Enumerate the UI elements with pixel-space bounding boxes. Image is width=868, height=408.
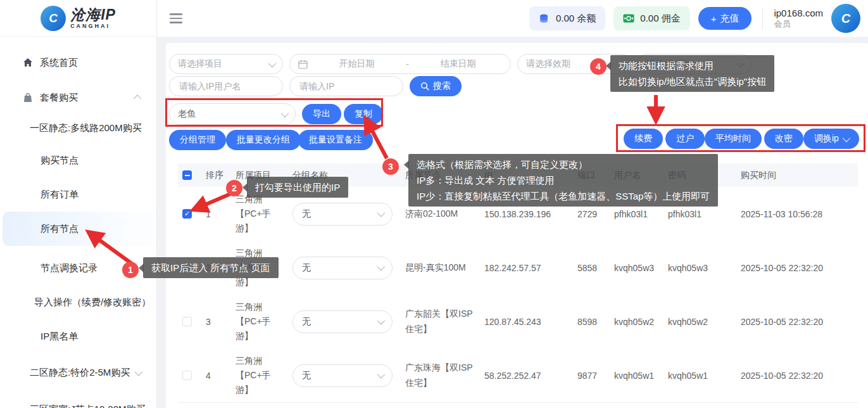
ip-username-input[interactable]: [178, 80, 274, 92]
chevron-down-icon: [842, 134, 850, 142]
col-header-time: 购买时间: [741, 170, 858, 181]
change-password-button[interactable]: 改密: [764, 129, 803, 149]
row-group-select[interactable]: 无: [292, 364, 393, 387]
topbar: 0.00 余额 0.00 佣金 + 充值 ip0168.com 会员 C: [157, 0, 868, 37]
transfer-button[interactable]: 过户: [665, 129, 705, 149]
annotation-tooltip-4: 功能按钮根据需求使用 比如切换ip/地区就点击"调换ip"按钮: [610, 55, 774, 92]
account-info[interactable]: ip0168.com 会员: [774, 8, 823, 30]
cell-project: 三角洲【PC+手游】: [236, 192, 292, 236]
cell-ip: 182.242.57.57: [484, 263, 577, 273]
cell-time: 2025-11-03 10:56:28: [741, 209, 858, 219]
sidebar-item-packages[interactable]: 套餐购买: [0, 85, 156, 110]
ip-input[interactable]: [298, 80, 394, 92]
cell-sort: 1: [206, 209, 236, 219]
annotation-number-3: 3: [382, 158, 399, 175]
chevron-down-icon: [377, 263, 386, 271]
recharge-button[interactable]: + 充值: [698, 7, 752, 30]
date-start-placeholder[interactable]: 开始日期: [313, 58, 401, 70]
cell-time: 2025-10-05 22:32:20: [741, 263, 858, 273]
row-group-select[interactable]: 无: [292, 310, 393, 333]
cell-port: 5858: [577, 263, 614, 273]
sidebar-item-label: 导入操作（续费/修改账密）: [34, 296, 151, 309]
cell-ip: 120.87.45.243: [484, 317, 577, 327]
cell-ip: 58.252.252.47: [484, 371, 577, 381]
annotation-number-4: 4: [590, 58, 607, 75]
sidebar-item-buy-node[interactable]: 购买节点: [3, 143, 154, 177]
balance-badge[interactable]: 0.00 余额: [529, 6, 605, 30]
project-select-placeholder: 请选择项目: [178, 58, 222, 70]
swap-ip-button[interactable]: 调换ip: [803, 129, 859, 149]
cell-node: 广东珠海【双ISP住宅】: [405, 360, 484, 390]
sidebar-item-label: IP黑名单: [41, 331, 78, 343]
search-button[interactable]: 搜索: [410, 76, 462, 96]
select-all-checkbox[interactable]: [182, 170, 192, 180]
cell-node: 广东韶关【双ISP住宅】: [405, 307, 484, 336]
row-checkbox[interactable]: [182, 209, 192, 219]
sidebar: C 沧海IP CANGHAI 系统首页 套餐购买 一区静态:多线路200M购买 …: [0, 0, 157, 408]
sidebar-section-zone3[interactable]: 三区家宽:J节点10-20M购买: [0, 399, 156, 408]
avg-time-button[interactable]: 平均时间: [705, 129, 762, 149]
calendar-icon: [298, 60, 308, 69]
account-role: 会员: [774, 19, 823, 29]
cell-user: kvqh05w2: [614, 317, 668, 327]
sidebar-item-import-ops[interactable]: 导入操作（续费/修改账密）: [3, 285, 154, 319]
sidebar-section-label: 二区静态:特价2-5M购买: [30, 367, 130, 379]
sidebar-item-ip-blacklist[interactable]: IP黑名单: [3, 319, 154, 354]
main-panel: 请选择项目 开始日期 - 结束日期 请选择效期 请选择分组 搜索 老: [166, 43, 868, 408]
sidebar-item-label: 套餐购买: [40, 92, 78, 104]
sidebar-section-zone2[interactable]: 二区静态:特价2-5M购买: [0, 362, 156, 383]
chevron-down-icon: [377, 371, 386, 379]
copy-button[interactable]: 复制: [344, 104, 383, 124]
user-avatar[interactable]: C: [831, 4, 860, 33]
chevron-down-icon: [377, 209, 386, 217]
brand-title: 沧海IP: [70, 8, 116, 22]
row-checkbox[interactable]: [182, 371, 192, 380]
cell-ip: 150.138.239.196: [484, 209, 577, 219]
sidebar-item-label: 所有节点: [41, 223, 79, 235]
brand-subtitle: CANGHAI: [70, 23, 116, 29]
date-range-picker[interactable]: 开始日期 - 结束日期: [289, 54, 511, 74]
sidebar-section-label: 一区静态:多线路200M购买: [30, 122, 142, 134]
sidebar-section-zone1[interactable]: 一区静态:多线路200M购买: [0, 118, 156, 138]
date-end-placeholder[interactable]: 结束日期: [414, 58, 502, 70]
batch-change-group-button[interactable]: 批量更改分组: [226, 130, 301, 150]
group-manage-button[interactable]: 分组管理: [169, 130, 226, 150]
format-select-value: 老鱼: [178, 108, 196, 120]
hamburger-menu-icon[interactable]: [170, 13, 182, 23]
cell-node: 济南02-100M: [405, 207, 484, 221]
sidebar-item-label: 系统首页: [40, 57, 78, 69]
row-checkbox[interactable]: [182, 317, 192, 326]
home-icon: [23, 58, 33, 68]
cell-node: 昆明-真实100M: [405, 260, 484, 275]
brand-logo: C 沧海IP CANGHAI: [0, 0, 156, 37]
sidebar-item-all-orders[interactable]: 所有订单: [3, 177, 154, 212]
bag-icon: [23, 92, 33, 103]
sidebar-item-all-nodes[interactable]: 所有节点: [3, 212, 154, 246]
batch-set-remark-button[interactable]: 批量设置备注: [298, 130, 373, 150]
chevron-down-icon: [377, 317, 386, 325]
sidebar-item-label: 所有订单: [41, 189, 79, 201]
cell-port: 9877: [577, 371, 614, 381]
account-name: ip0168.com: [774, 8, 823, 20]
cell-sort: 3: [206, 317, 236, 327]
sidebar-item-label: 购买节点: [41, 155, 79, 167]
chevron-down-icon: [135, 367, 143, 376]
export-button[interactable]: 导出: [302, 104, 341, 124]
search-icon: [420, 82, 429, 91]
cell-user: pfhk03l1: [614, 209, 668, 219]
sidebar-item-home[interactable]: 系统首页: [0, 50, 156, 75]
commission-value: 0.00 佣金: [640, 13, 680, 25]
app-window: C 沧海IP CANGHAI 系统首页 套餐购买 一区静态:多线路200M购买 …: [0, 0, 868, 408]
row-group-select[interactable]: 无: [292, 203, 393, 226]
renew-button[interactable]: 续费: [624, 129, 663, 149]
commission-badge[interactable]: 0.00 佣金: [613, 6, 689, 30]
ip-field-wrap: [289, 76, 403, 96]
col-header-sort: 排序: [206, 170, 236, 181]
cell-project: 三角洲【PC+手游】: [236, 354, 292, 397]
row-group-select[interactable]: 无: [292, 257, 393, 279]
cell-user: kvqh05w1: [614, 371, 668, 381]
table-row: 2 三角洲【PC+手游】 无 昆明-真实100M 182.242.57.57 5…: [178, 241, 858, 295]
format-select[interactable]: 老鱼: [169, 103, 296, 125]
balance-value: 0.00 余额: [556, 13, 596, 25]
project-select[interactable]: 请选择项目: [169, 54, 283, 74]
